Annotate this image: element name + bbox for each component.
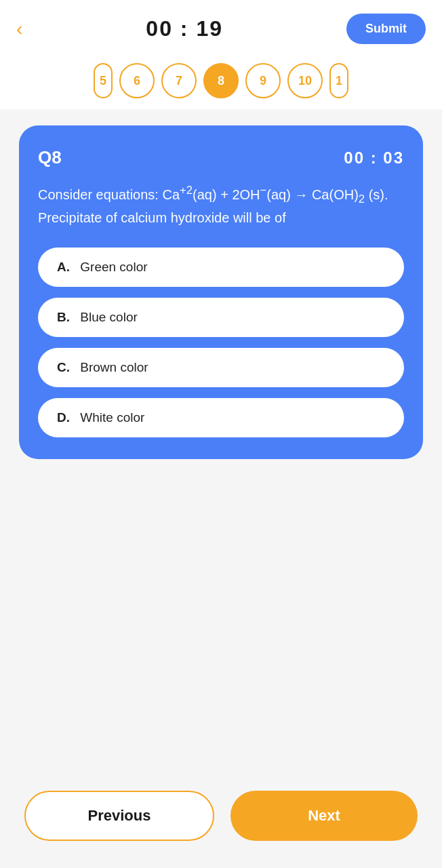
bottom-navigation: Previous Next bbox=[0, 774, 442, 868]
card-header: Q8 00 : 03 bbox=[38, 147, 404, 168]
option-b[interactable]: B. Blue color bbox=[38, 298, 404, 337]
option-b-letter: B. bbox=[57, 310, 70, 324]
option-a-text: Green color bbox=[80, 260, 147, 274]
q-nav-item-1[interactable]: 1 bbox=[329, 63, 348, 98]
previous-button[interactable]: Previous bbox=[24, 791, 214, 841]
submit-button[interactable]: Submit bbox=[346, 14, 426, 44]
next-button[interactable]: Next bbox=[230, 791, 418, 841]
option-b-text: Blue color bbox=[80, 310, 138, 324]
q-nav-item-5[interactable]: 5 bbox=[94, 63, 113, 98]
option-c-text: Brown color bbox=[80, 360, 148, 374]
option-c-letter: C. bbox=[57, 360, 70, 374]
header: ‹ 00 : 19 Submit bbox=[0, 0, 442, 55]
q-nav-item-7[interactable]: 7 bbox=[161, 63, 197, 98]
back-button[interactable]: ‹ bbox=[16, 20, 22, 39]
q-nav-item-10[interactable]: 10 bbox=[287, 63, 323, 98]
question-label: Q8 bbox=[38, 147, 62, 168]
option-d-letter: D. bbox=[57, 410, 70, 425]
option-d-text: White color bbox=[80, 410, 144, 425]
question-navigation: 5 6 7 8 9 10 1 bbox=[0, 55, 442, 109]
options-list: A. Green color B. Blue color C. Brown co… bbox=[38, 248, 404, 437]
option-c[interactable]: C. Brown color bbox=[38, 348, 404, 387]
q-nav-item-8[interactable]: 8 bbox=[203, 63, 239, 98]
question-timer: 00 : 03 bbox=[344, 149, 404, 167]
global-timer: 00 : 19 bbox=[146, 16, 223, 41]
question-card: Q8 00 : 03 Consider equations: Ca+2(aq) … bbox=[19, 125, 423, 459]
question-text: Consider equations: Ca+2(aq) + 2OH−(aq) … bbox=[38, 182, 404, 229]
option-a[interactable]: A. Green color bbox=[38, 248, 404, 287]
option-d[interactable]: D. White color bbox=[38, 398, 404, 437]
q-nav-item-9[interactable]: 9 bbox=[245, 63, 281, 98]
card-area: Q8 00 : 03 Consider equations: Ca+2(aq) … bbox=[0, 109, 442, 774]
option-a-letter: A. bbox=[57, 260, 70, 274]
q-nav-item-6[interactable]: 6 bbox=[119, 63, 155, 98]
